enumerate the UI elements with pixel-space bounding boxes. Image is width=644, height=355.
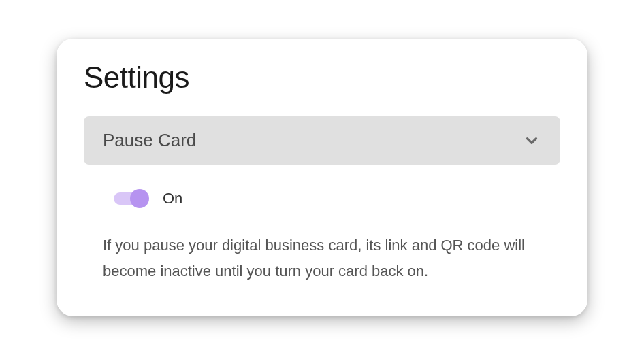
pause-card-accordion-header[interactable]: Pause Card xyxy=(84,116,560,165)
toggle-state-label: On xyxy=(163,190,182,207)
pause-card-description: If you pause your digital business card,… xyxy=(103,233,541,284)
page-title: Settings xyxy=(84,61,560,95)
accordion-title: Pause Card xyxy=(103,130,196,151)
toggle-thumb xyxy=(130,189,149,208)
pause-card-accordion-body: On If you pause your digital business ca… xyxy=(84,165,560,284)
settings-card: Settings Pause Card On If you pause your… xyxy=(57,39,587,316)
chevron-down-icon xyxy=(522,131,541,150)
pause-card-toggle-row: On xyxy=(103,189,541,208)
pause-card-toggle[interactable] xyxy=(114,189,149,208)
